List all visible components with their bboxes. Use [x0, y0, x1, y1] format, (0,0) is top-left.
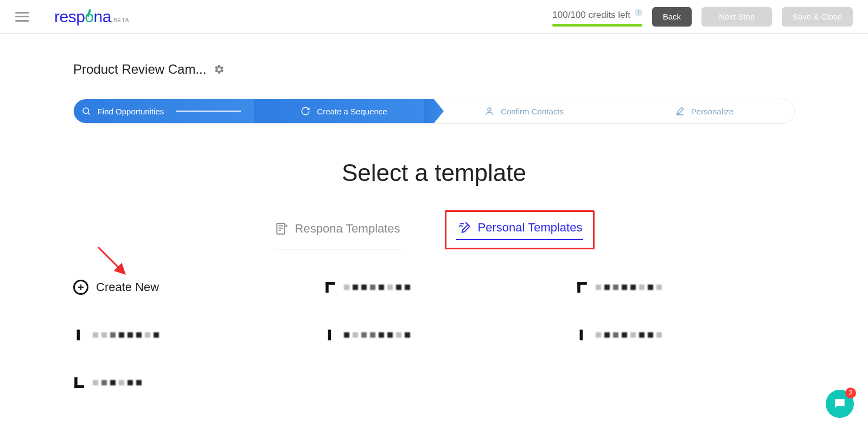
template-tabs: Respona Templates Personal Templates: [73, 210, 795, 249]
tab-personal-templates[interactable]: Personal Templates: [456, 217, 584, 240]
svg-rect-11: [77, 330, 80, 340]
next-step-button[interactable]: Next Step: [701, 7, 772, 27]
svg-rect-15: [74, 385, 84, 388]
edit-icon: [675, 106, 685, 116]
svg-rect-3: [277, 223, 284, 234]
tab-personal-label: Personal Templates: [478, 221, 583, 235]
credits-text: 100/100 credits left: [552, 9, 630, 20]
svg-rect-10: [577, 282, 587, 285]
gear-icon[interactable]: [214, 64, 225, 75]
save-close-button[interactable]: Save & Close: [782, 7, 853, 27]
step-progress-bar: [176, 111, 241, 112]
create-new-label: Create New: [96, 280, 159, 294]
step-confirm-contacts[interactable]: Confirm Contacts: [434, 99, 614, 123]
plus-icon: +: [73, 280, 88, 295]
svg-rect-8: [326, 282, 336, 285]
stepper: Find Opportunities Create a Sequence Con…: [73, 99, 795, 124]
redacted-text: [344, 285, 410, 290]
chat-unread-badge: 2: [845, 388, 856, 398]
tab-respona-label: Respona Templates: [295, 222, 400, 236]
redacted-text: [344, 332, 410, 338]
logo-text-c: na: [94, 8, 111, 26]
template-item[interactable]: [324, 279, 543, 296]
logo-sub: BETA: [113, 17, 129, 23]
document-icon: [576, 281, 588, 293]
svg-line-1: [88, 113, 90, 114]
tab-respona-templates[interactable]: Respona Templates: [273, 210, 401, 249]
top-bar: respona BETA 100/100 credits left i Back…: [0, 0, 868, 34]
template-item[interactable]: [576, 326, 795, 344]
personal-icon: [457, 221, 471, 235]
chat-widget[interactable]: 2: [826, 390, 854, 418]
svg-point-0: [83, 108, 89, 114]
search-icon: [81, 106, 91, 116]
template-item[interactable]: [576, 279, 795, 296]
main-content: Product Review Cam... Find Opportunities…: [0, 62, 868, 391]
redacted-text: [596, 332, 662, 338]
annotation-arrow: [95, 244, 133, 282]
logo[interactable]: respona BETA: [54, 8, 129, 26]
campaign-title-row: Product Review Cam...: [73, 62, 795, 77]
step1-label: Find Opportunities: [98, 107, 164, 116]
template-item[interactable]: [73, 374, 292, 391]
template-icon: [275, 222, 289, 236]
redacted-text: [596, 285, 662, 290]
refresh-icon: [301, 106, 310, 116]
logo-text-a: resp: [54, 8, 85, 26]
document-icon: [73, 329, 85, 341]
document-icon: [576, 329, 588, 341]
step-personalize[interactable]: Personalize: [614, 99, 794, 123]
step-create-sequence[interactable]: Create a Sequence: [254, 99, 434, 123]
back-button[interactable]: Back: [652, 7, 692, 27]
credits-label: 100/100 credits left i: [552, 9, 642, 25]
page-title: Select a template: [73, 159, 795, 186]
redacted-text: [93, 332, 159, 338]
template-grid: + Create New: [73, 279, 795, 391]
user-icon: [484, 106, 494, 116]
step2-label: Create a Sequence: [317, 107, 387, 116]
info-icon[interactable]: i: [635, 9, 642, 16]
campaign-title: Product Review Cam...: [73, 62, 206, 77]
annotation-highlight: Personal Templates: [445, 210, 595, 249]
template-item[interactable]: [73, 326, 292, 344]
step3-label: Confirm Contacts: [501, 107, 564, 116]
document-icon: [324, 329, 336, 341]
document-icon: [324, 281, 336, 293]
template-item[interactable]: [324, 326, 543, 344]
svg-rect-12: [328, 330, 331, 340]
create-new-button[interactable]: + Create New: [73, 279, 292, 296]
svg-point-2: [488, 108, 491, 111]
svg-rect-13: [579, 330, 583, 340]
logo-text-o: o: [85, 8, 93, 26]
redacted-text: [93, 380, 142, 385]
menu-icon[interactable]: [15, 12, 29, 22]
chat-icon: [833, 397, 847, 411]
step4-label: Personalize: [691, 107, 733, 116]
document-icon: [73, 377, 85, 389]
step-find-opportunities[interactable]: Find Opportunities: [74, 99, 254, 123]
